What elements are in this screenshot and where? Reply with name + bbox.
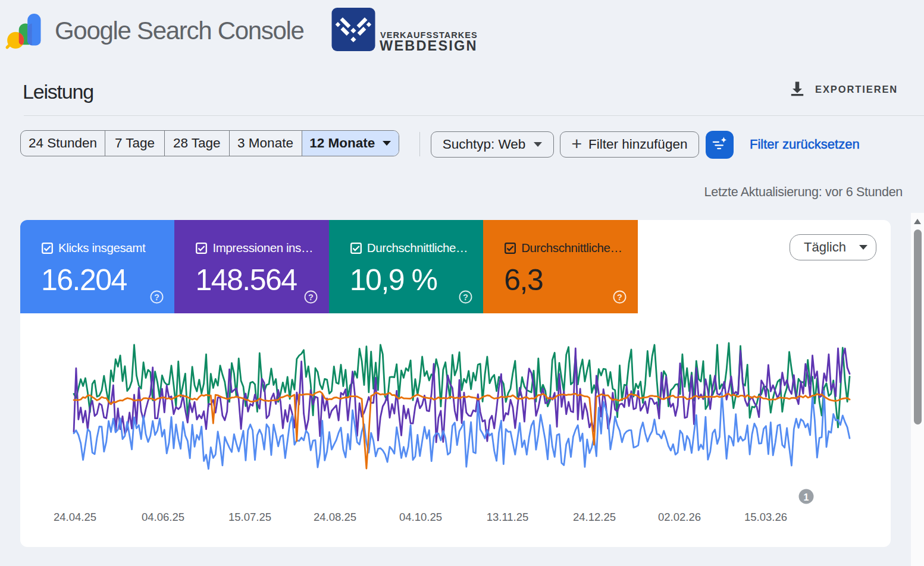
svg-text:15.07.25: 15.07.25 [228,511,271,523]
svg-text:?: ? [154,293,159,302]
svg-text:15.03.26: 15.03.26 [744,511,787,523]
svg-text:24.12.25: 24.12.25 [573,511,616,523]
svg-text:?: ? [463,293,468,302]
svg-text:24.08.25: 24.08.25 [314,511,356,523]
svg-text:?: ? [308,293,314,302]
svg-text:1: 1 [804,492,809,502]
svg-text:04.06.25: 04.06.25 [142,511,184,523]
svg-text:24.04.25: 24.04.25 [54,511,96,523]
svg-text:04.10.25: 04.10.25 [399,511,442,523]
svg-text:?: ? [617,293,622,302]
svg-text:02.02.26: 02.02.26 [658,511,701,523]
svg-text:13.11.25: 13.11.25 [487,511,529,523]
